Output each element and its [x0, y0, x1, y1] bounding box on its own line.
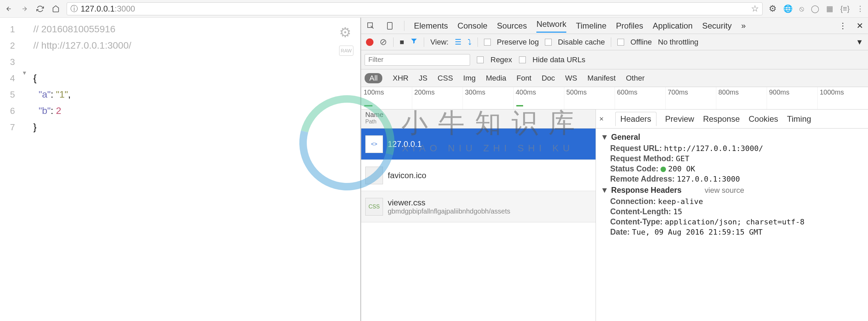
- line-number: 2: [0, 37, 15, 54]
- file-icon: CSS: [365, 198, 383, 216]
- tab-network[interactable]: Network: [536, 19, 566, 33]
- tab-timeline[interactable]: Timeline: [576, 21, 606, 31]
- tab-elements[interactable]: Elements: [414, 21, 448, 31]
- timeline-tick: 700ms: [665, 87, 716, 109]
- line-number: 6: [0, 103, 15, 119]
- more-tabs-icon[interactable]: »: [741, 21, 746, 31]
- detail-tabs: × Headers Preview Response Cookies Timin…: [596, 109, 868, 129]
- value: Tue, 09 Aug 2016 21:59:15 GMT: [632, 228, 763, 236]
- label: Request Method:: [610, 154, 674, 163]
- reload-button[interactable]: [35, 4, 45, 14]
- value: 15: [673, 207, 682, 216]
- tab-response[interactable]: Response: [703, 114, 740, 124]
- tab-sources[interactable]: Sources: [497, 21, 527, 31]
- address-bar[interactable]: ⓘ 127.0.0.1:3000 ☆: [67, 2, 763, 15]
- disable-cache-label: Disable cache: [558, 38, 605, 47]
- device-icon[interactable]: [385, 22, 395, 30]
- timeline-tick: 1000ms: [817, 87, 868, 109]
- timeline-tick: 100ms: [361, 87, 412, 109]
- file-icon: <>: [365, 135, 383, 153]
- offline-checkbox[interactable]: [617, 39, 624, 46]
- value: keep-alive: [658, 197, 703, 206]
- line-number: 4: [0, 70, 15, 86]
- filter-font[interactable]: Font: [516, 74, 531, 83]
- regex-checkbox[interactable]: [477, 56, 484, 63]
- request-row[interactable]: <> 127.0.0.1: [361, 129, 596, 160]
- tab-profiles[interactable]: Profiles: [616, 21, 643, 31]
- menu-icon[interactable]: ⋮: [856, 4, 864, 13]
- globe-icon[interactable]: 🌐: [783, 4, 792, 13]
- tree-view-icon[interactable]: ⤵: [468, 38, 471, 47]
- comment-line: // 20160810055916: [33, 24, 115, 34]
- fold-icon[interactable]: ▼: [22, 70, 27, 76]
- hide-urls-checkbox[interactable]: [519, 56, 526, 63]
- regex-label: Regex: [490, 55, 512, 64]
- filter-ws[interactable]: WS: [565, 74, 577, 83]
- circle-icon[interactable]: ◯: [811, 4, 819, 13]
- filter-js[interactable]: JS: [419, 74, 428, 83]
- filter-input[interactable]: [365, 54, 470, 66]
- tab-security[interactable]: Security: [702, 21, 732, 31]
- filter-img[interactable]: Img: [463, 74, 476, 83]
- request-row[interactable]: CSS viewer.css gbmdgpbipfallnflgajpaliib…: [361, 191, 596, 222]
- tab-cookies[interactable]: Cookies: [749, 114, 778, 124]
- devtools-menu-icon[interactable]: ⋮: [839, 21, 847, 31]
- json-viewer-pane: 1 2 3 4 5 6 7 ▼ // 20160810055916 // htt…: [0, 18, 361, 321]
- timeline[interactable]: 100ms 200ms 300ms 400ms 500ms 600ms 700m…: [361, 87, 868, 109]
- close-icon[interactable]: ✕: [856, 21, 863, 31]
- view-source-link[interactable]: view source: [705, 186, 744, 195]
- filter-all[interactable]: All: [365, 73, 382, 83]
- camera-icon[interactable]: ■: [400, 38, 404, 47]
- filter-icon[interactable]: [410, 37, 418, 47]
- json-key: "a": [39, 89, 51, 100]
- filter-doc[interactable]: Doc: [541, 74, 555, 83]
- value: http://127.0.0.1:3000/: [664, 144, 763, 153]
- filter-bar: Regex Hide data URLs: [361, 50, 868, 69]
- filter-xhr[interactable]: XHR: [393, 74, 408, 83]
- tab-headers[interactable]: Headers: [615, 112, 656, 126]
- raw-icon[interactable]: RAW: [339, 46, 353, 56]
- braces-icon[interactable]: {≡}: [840, 4, 850, 13]
- filter-media[interactable]: Media: [486, 74, 506, 83]
- tab-timing[interactable]: Timing: [787, 114, 811, 124]
- svg-rect-1: [387, 22, 392, 29]
- forward-button[interactable]: [20, 4, 29, 14]
- timeline-tick: 600ms: [615, 87, 665, 109]
- timeline-tick: 900ms: [767, 87, 817, 109]
- back-button[interactable]: [4, 4, 14, 14]
- home-button[interactable]: [51, 4, 61, 14]
- clear-icon[interactable]: ⊘: [380, 37, 387, 47]
- block-icon[interactable]: ⦸: [799, 4, 804, 13]
- browser-toolbar: ⓘ 127.0.0.1:3000 ☆ ⚙ 🌐 ⦸ ◯ ▦ {≡} ⋮: [0, 0, 868, 18]
- filter-css[interactable]: CSS: [438, 74, 453, 83]
- info-icon: ⓘ: [70, 4, 78, 14]
- tab-console[interactable]: Console: [457, 21, 487, 31]
- preserve-log-checkbox[interactable]: [484, 39, 491, 46]
- grid-icon[interactable]: ▦: [826, 4, 833, 13]
- throttling-select[interactable]: No throttling: [658, 38, 699, 47]
- star-icon[interactable]: ☆: [751, 3, 759, 14]
- label: Remote Address:: [610, 174, 675, 183]
- filter-manifest[interactable]: Manifest: [587, 74, 616, 83]
- line-gutter: 1 2 3 4 5 6 7: [0, 18, 20, 321]
- gear-icon[interactable]: ⚙: [339, 24, 353, 40]
- url-text: 127.0.0.1:3000: [81, 4, 135, 14]
- filter-other[interactable]: Other: [626, 74, 645, 83]
- dropdown-icon[interactable]: ▼: [856, 38, 863, 47]
- brace: }: [33, 122, 36, 132]
- request-row[interactable]: favicon.ico: [361, 160, 596, 191]
- section-general[interactable]: ▼General: [601, 133, 863, 142]
- view-label: View:: [430, 38, 448, 47]
- disable-cache-checkbox[interactable]: [545, 39, 552, 46]
- section-response-headers[interactable]: ▼Response Headersview source: [601, 186, 863, 195]
- gear-icon[interactable]: ⚙: [769, 3, 777, 14]
- tab-application[interactable]: Application: [653, 21, 692, 31]
- request-list: Name Path <> 127.0.0.1 favicon.ico CSS v…: [361, 109, 596, 321]
- inspect-icon[interactable]: [366, 22, 375, 30]
- list-view-icon[interactable]: ☰: [455, 38, 462, 47]
- tab-preview[interactable]: Preview: [665, 114, 694, 124]
- close-icon[interactable]: ×: [599, 115, 604, 123]
- record-button[interactable]: [366, 38, 373, 46]
- timeline-tick: 500ms: [564, 87, 615, 109]
- request-name: favicon.ico: [388, 171, 426, 180]
